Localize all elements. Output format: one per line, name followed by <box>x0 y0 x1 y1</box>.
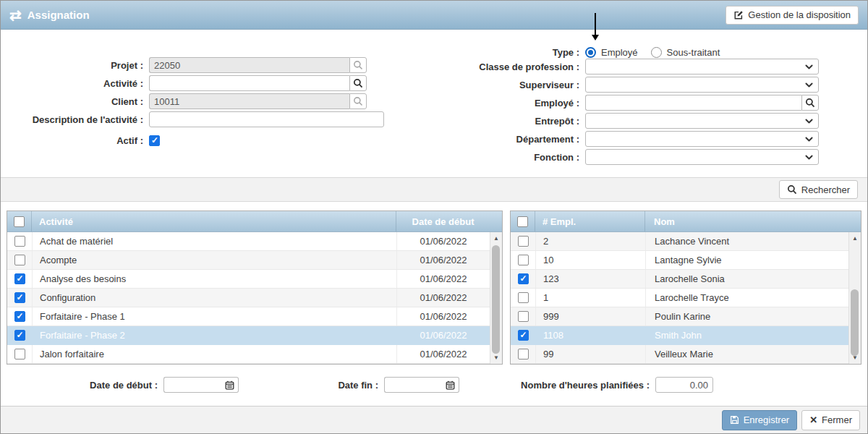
client-label: Client : <box>1 96 149 107</box>
table-row[interactable]: Acompte 01/06/2022 <box>7 251 502 270</box>
row-checkbox[interactable] <box>518 292 529 303</box>
employees-select-all-checkbox[interactable] <box>517 216 528 227</box>
row-checkbox[interactable] <box>518 311 529 322</box>
calendar-icon <box>446 380 455 390</box>
departement-select[interactable] <box>585 131 819 147</box>
table-row[interactable]: 10 Lantagne Sylvie <box>511 251 861 270</box>
projet-label: Projet : <box>1 60 149 71</box>
description-input[interactable] <box>149 111 384 127</box>
table-row[interactable]: 1 Larochelle Trayce <box>511 289 861 307</box>
chevron-down-icon <box>804 116 814 126</box>
search-icon <box>353 96 363 106</box>
scroll-up-icon[interactable] <box>490 234 502 243</box>
row-checkbox[interactable] <box>14 292 25 303</box>
close-button[interactable]: Fermer <box>801 410 860 430</box>
scrollbar-thumb[interactable] <box>851 289 859 356</box>
fonction-label: Fonction : <box>406 152 585 163</box>
row-checkbox[interactable] <box>14 330 25 341</box>
row-checkbox[interactable] <box>518 349 529 359</box>
table-row[interactable]: 999 Poulin Karine <box>511 307 861 326</box>
table-row[interactable]: 1108 Smith John <box>511 326 861 345</box>
chevron-down-icon <box>804 80 814 90</box>
client-input[interactable] <box>149 93 349 109</box>
client-search-button[interactable] <box>349 93 367 109</box>
scroll-down-icon[interactable] <box>490 353 502 362</box>
close-icon <box>809 414 817 425</box>
search-form: Projet : Activité : Client : <box>1 30 867 177</box>
scroll-down-icon[interactable] <box>849 353 861 362</box>
description-label: Description de l'activité : <box>1 114 149 125</box>
employe-input[interactable] <box>585 95 801 111</box>
date-fin-calendar-button[interactable] <box>442 377 459 393</box>
date-fin-input[interactable] <box>384 377 442 393</box>
actif-checkbox[interactable] <box>149 135 160 146</box>
projet-search-button[interactable] <box>349 57 367 73</box>
entrepot-label: Entrepôt : <box>406 116 585 127</box>
table-row[interactable]: Jalon forfaitaire 01/06/2022 <box>7 345 502 364</box>
table-row[interactable]: Forfaitaire - Phase 2 01/06/2022 <box>7 326 502 345</box>
row-checkbox[interactable] <box>14 311 25 322</box>
row-checkbox[interactable] <box>518 255 529 265</box>
table-row[interactable]: Configuration 01/06/2022 <box>7 289 502 307</box>
chevron-down-icon <box>804 135 814 144</box>
search-icon <box>805 98 815 108</box>
activite-input[interactable] <box>149 75 349 91</box>
heures-planifiees-input[interactable] <box>655 377 713 393</box>
activities-table: Activité Date de début Achat de matériel… <box>7 210 503 365</box>
activite-label: Activité : <box>1 78 149 89</box>
employe-search-button[interactable] <box>801 95 819 111</box>
employees-table: # Empl. Nom 2 Lachance Vincent 10 Lantag… <box>510 210 861 365</box>
activities-scrollbar <box>490 232 502 364</box>
row-checkbox[interactable] <box>518 273 529 284</box>
search-button[interactable]: Rechercher <box>779 180 858 199</box>
title-bar: Assignation Gestion de la disposition <box>1 1 867 30</box>
row-checkbox[interactable] <box>14 349 25 359</box>
column-header-date-debut[interactable]: Date de début <box>396 211 490 231</box>
assignment-details-row: Date de début : Date fin : Nombre d'heur… <box>1 376 867 395</box>
row-checkbox[interactable] <box>14 273 25 284</box>
projet-input[interactable] <box>149 57 349 73</box>
table-row[interactable]: Achat de matériel 01/06/2022 <box>7 232 502 251</box>
column-header-nom[interactable]: Nom <box>645 211 848 231</box>
search-toolbar: Rechercher <box>1 177 867 202</box>
employe-label: Employé : <box>406 98 585 109</box>
row-checkbox[interactable] <box>518 236 529 247</box>
type-radio-soustraitant[interactable] <box>651 47 662 58</box>
scrollbar-thumb[interactable] <box>492 245 500 354</box>
activities-select-all-checkbox[interactable] <box>14 216 25 227</box>
table-row[interactable]: 2 Lachance Vincent <box>511 232 861 251</box>
chevron-down-icon <box>804 62 814 72</box>
date-fin-label: Date fin : <box>305 380 384 391</box>
scroll-up-icon[interactable] <box>849 234 861 243</box>
layout-management-button[interactable]: Gestion de la disposition <box>726 6 859 25</box>
table-row[interactable]: 123 Larochelle Sonia <box>511 270 861 289</box>
pencil-square-icon <box>733 10 744 20</box>
row-checkbox[interactable] <box>14 236 25 247</box>
table-row[interactable]: 99 Veilleux Marie <box>511 345 861 364</box>
table-row[interactable]: Forfaitaire - Phase 1 01/06/2022 <box>7 307 502 326</box>
superviseur-select[interactable] <box>585 77 819 93</box>
departement-label: Département : <box>406 134 585 145</box>
column-header-empl[interactable]: # Empl. <box>535 211 645 231</box>
row-checkbox[interactable] <box>518 330 529 341</box>
type-label: Type : <box>406 47 585 58</box>
table-row[interactable]: Analyse des besoins 01/06/2022 <box>7 270 502 289</box>
row-checkbox[interactable] <box>14 255 25 265</box>
type-radio-soustraitant-label: Sous-traitant <box>667 47 720 58</box>
save-button[interactable]: Enregistrer <box>722 410 798 430</box>
employees-scrollbar <box>848 232 861 364</box>
fonction-select[interactable] <box>585 149 819 165</box>
activite-search-button[interactable] <box>349 75 367 91</box>
date-debut-input[interactable] <box>163 377 221 393</box>
type-radio-employe-label: Employé <box>601 47 638 58</box>
classe-select[interactable] <box>585 59 819 75</box>
column-header-activite[interactable]: Activité <box>32 211 396 231</box>
date-debut-calendar-button[interactable] <box>221 377 239 393</box>
swap-arrows-icon <box>9 8 22 22</box>
type-radio-employe[interactable] <box>585 47 596 58</box>
footer-bar: Enregistrer Fermer <box>1 406 867 433</box>
actif-label: Actif : <box>1 135 149 146</box>
entrepot-select[interactable] <box>585 113 819 129</box>
classe-label: Classe de profession : <box>406 61 585 72</box>
search-icon <box>353 78 363 88</box>
